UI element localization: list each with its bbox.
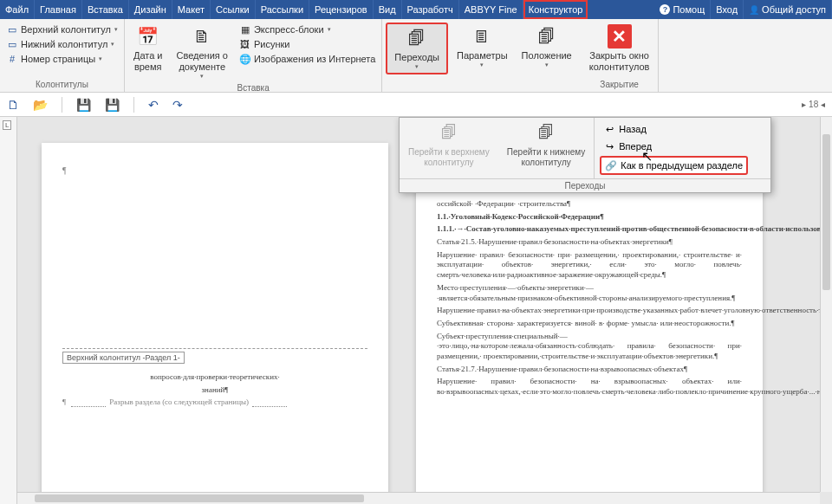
bottom-header-button[interactable]: ▭Нижний колонтитул▾ bbox=[3, 37, 120, 51]
qat-redo-icon[interactable]: ↷ bbox=[172, 98, 183, 112]
tab-mail[interactable]: Рассылки bbox=[256, 0, 309, 19]
transitions-dropdown: 🗐Перейти к верхнему колонтитулу 🗐Перейти… bbox=[399, 117, 771, 193]
header-bottom-icon: ▭ bbox=[6, 38, 18, 50]
tab-file[interactable]: Файл bbox=[0, 0, 35, 19]
tab-abbyy[interactable]: ABBYY Fine bbox=[459, 0, 523, 19]
picture-icon: 🖼 bbox=[239, 38, 251, 50]
document-page-1: ¶ Верхний колонтитул -Раздел 1- вопросов… bbox=[42, 143, 388, 504]
as-prev-section-button[interactable]: 🔗Как в предыдущем разделе bbox=[600, 156, 748, 175]
page-number-button[interactable]: #Номер страницы▾ bbox=[3, 52, 120, 66]
back-icon: ↩ bbox=[603, 123, 615, 135]
p2-p6: Субъективная· сторона· характеризуется· … bbox=[437, 319, 742, 329]
p2-p7: Субъект·преступления·специальный·—·это·л… bbox=[437, 332, 742, 362]
doc-info-button[interactable]: 🗎Сведения о документе▾ bbox=[172, 23, 233, 82]
page1-line1: вопросов·для·проверки·теоретических· bbox=[62, 372, 367, 383]
group-headers-label: Колонтитулы bbox=[3, 79, 120, 90]
header-top-icon: ▭ bbox=[6, 23, 18, 36]
horizontal-scrollbar[interactable] bbox=[17, 492, 820, 504]
tab-view[interactable]: Вид bbox=[374, 0, 402, 19]
position-icon: 🗐 bbox=[535, 24, 559, 48]
ribbon: ▭Верхний колонтитул▾ ▭Нижний колонтитул▾… bbox=[0, 19, 832, 93]
nav-forward-button[interactable]: ↪Вперед bbox=[600, 139, 748, 154]
qat-saveall-icon[interactable]: 💾 bbox=[105, 98, 120, 112]
p2-p2: Статья·21.5.·Нарушение·правил·безопаснос… bbox=[437, 237, 742, 248]
header-tab-section-1: Верхний колонтитул -Раздел 1- bbox=[62, 352, 185, 364]
date-time-button[interactable]: 📅Дата и время bbox=[128, 23, 168, 74]
p2-h1: 1.1.·Уголовный·Кодекс·Российской·Федерац… bbox=[437, 212, 742, 223]
tab-layout[interactable]: Макет bbox=[172, 0, 211, 19]
vertical-ruler: L bbox=[0, 117, 17, 504]
page-down-icon: 🗐 bbox=[536, 121, 556, 145]
tab-login[interactable]: Вход bbox=[711, 0, 744, 19]
p2-header-line: оссийской· ·Федерации· ·строительства¶ bbox=[437, 199, 742, 210]
params-icon: 🗏 bbox=[470, 24, 494, 48]
online-picture-icon: 🌐 bbox=[239, 53, 251, 65]
page-up-icon: 🗐 bbox=[439, 121, 459, 145]
express-blocks-button[interactable]: ▦Экспресс-блоки▾ bbox=[237, 23, 378, 36]
tab-bar: Файл Главная Вставка Дизайн Макет Ссылки… bbox=[0, 0, 832, 19]
p2-p3: Нарушение· правил· безопасности· при· ра… bbox=[437, 250, 742, 281]
tab-insert[interactable]: Вставка bbox=[82, 0, 129, 19]
forward-icon: ↪ bbox=[603, 140, 615, 152]
quick-access-toolbar: 🗋 📂 💾 💾 ↶ ↷ ▸ 18 ◂ bbox=[0, 93, 832, 117]
p2-p9: Нарушение· правил· безопасности· на· взр… bbox=[437, 377, 742, 397]
ruler-indicator: ▸ 18 ◂ bbox=[802, 100, 825, 109]
close-icon: ✕ bbox=[608, 24, 632, 48]
tab-home[interactable]: Главная bbox=[35, 0, 82, 19]
top-header-button[interactable]: ▭Верхний колонтитул▾ bbox=[3, 23, 120, 36]
online-pictures-button[interactable]: 🌐Изображения из Интернета bbox=[237, 52, 378, 66]
tab-share[interactable]: Общий доступ bbox=[744, 0, 832, 19]
transitions-icon: 🗐 bbox=[405, 26, 429, 50]
tab-references[interactable]: Ссылки bbox=[211, 0, 256, 19]
transitions-button[interactable]: 🗐Переходы▾ bbox=[386, 23, 448, 74]
group-insert-label: Вставка bbox=[128, 82, 378, 94]
group-close-label: Закрытие bbox=[584, 79, 655, 90]
qat-new-icon[interactable]: 🗋 bbox=[7, 98, 19, 112]
goto-bottom-hf-button[interactable]: 🗐Перейти к нижнему колонтитулу bbox=[498, 118, 594, 178]
p2-p5: Нарушение·правил·на·объектах·энергетики·… bbox=[437, 306, 742, 316]
vertical-scrollbar[interactable] bbox=[820, 117, 832, 492]
tab-design[interactable]: Дизайн bbox=[129, 0, 172, 19]
pictures-button[interactable]: 🖼Рисунки bbox=[237, 37, 378, 51]
tab-developer[interactable]: Разработч bbox=[402, 0, 459, 19]
blocks-icon: ▦ bbox=[239, 23, 251, 36]
page1-line2: знаний¶ bbox=[62, 385, 367, 396]
page1-section-break: ¶ Разрыв раздела (со следующей страницы) bbox=[62, 397, 367, 408]
tab-help[interactable]: Помощ bbox=[654, 0, 711, 19]
nav-back-button[interactable]: ↩Назад bbox=[600, 121, 748, 137]
dropdown-group-label: Переходы bbox=[400, 178, 770, 192]
document-page-2: ¶ Верхний колонтитул -Раздел 2- Как в пр… bbox=[416, 143, 763, 504]
link-icon: 🔗 bbox=[605, 159, 617, 171]
workspace: L ¶ Верхний колонтитул -Раздел 1- вопрос… bbox=[0, 117, 832, 504]
page-number-icon: # bbox=[6, 53, 18, 65]
p2-p8: Статья·21.7.·Нарушение·правил·безопаснос… bbox=[437, 365, 742, 375]
group-empty-label bbox=[386, 79, 576, 90]
position-button[interactable]: 🗐Положение▾ bbox=[517, 23, 577, 71]
tab-review[interactable]: Рецензиров bbox=[309, 0, 374, 19]
tab-constructor[interactable]: Конструктор bbox=[523, 0, 588, 19]
qat-save-icon[interactable]: 💾 bbox=[76, 98, 91, 112]
p2-p4: Место·преступления·—·объекты·энергетики·… bbox=[437, 283, 742, 303]
params-button[interactable]: 🗏Параметры▾ bbox=[452, 23, 513, 71]
qat-undo-icon[interactable]: ↶ bbox=[148, 98, 159, 112]
doc-info-icon: 🗎 bbox=[190, 24, 214, 48]
close-hf-button[interactable]: ✕Закрыть окно колонтитулов bbox=[584, 23, 655, 74]
qat-open-icon[interactable]: 📂 bbox=[33, 98, 48, 112]
p2-p1: 1.1.1.·→·Состав·уголовно·наказуемых·прес… bbox=[437, 224, 742, 235]
calendar-icon: 📅 bbox=[136, 24, 160, 48]
goto-top-hf-button[interactable]: 🗐Перейти к верхнему колонтитулу bbox=[400, 118, 498, 178]
